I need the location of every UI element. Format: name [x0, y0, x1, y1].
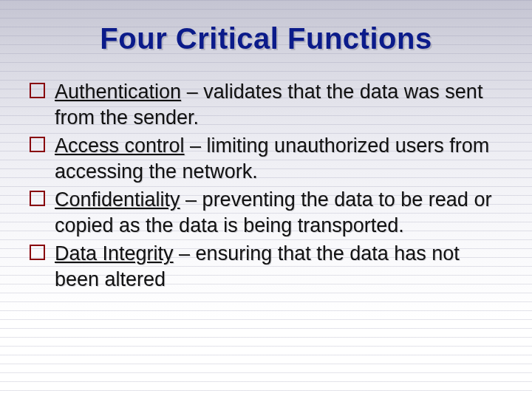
term: Confidentiality: [55, 188, 180, 211]
square-bullet-icon: [30, 245, 45, 260]
square-bullet-icon: [30, 191, 45, 206]
list-item: Authentication – validates that the data…: [30, 79, 502, 130]
square-bullet-icon: [30, 137, 45, 152]
term: Access control: [55, 134, 185, 157]
square-bullet-icon: [30, 83, 45, 98]
slide: Four Critical Functions Authentication –…: [0, 0, 532, 399]
term: Data Integrity: [55, 242, 174, 265]
list-item: Data Integrity – ensuring that the data …: [30, 241, 502, 292]
list-item: Confidentiality – preventing the data to…: [30, 187, 502, 238]
bullet-list: Authentication – validates that the data…: [30, 79, 502, 292]
slide-title: Four Critical Functions: [30, 22, 502, 55]
term: Authentication: [55, 81, 181, 103]
list-item: Access control – limiting unauthorized u…: [30, 133, 502, 184]
